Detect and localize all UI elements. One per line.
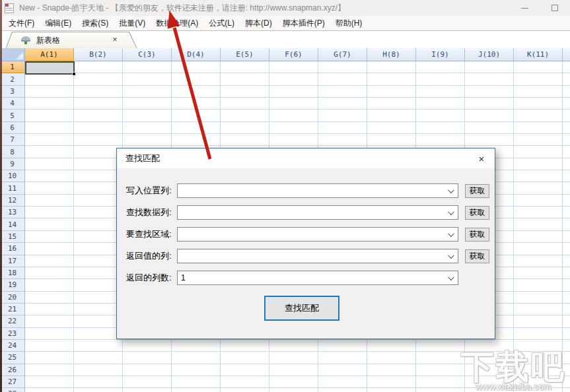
- grid-cell[interactable]: [221, 134, 269, 146]
- grid-cell[interactable]: [465, 86, 514, 98]
- row-header[interactable]: 11: [0, 182, 25, 194]
- grid-cell[interactable]: [367, 376, 416, 388]
- grid-cell[interactable]: [74, 134, 123, 146]
- grid-cell[interactable]: [514, 61, 563, 73]
- grid-cell[interactable]: [514, 110, 563, 121]
- grid-cell[interactable]: [367, 73, 416, 85]
- grid-cell[interactable]: [25, 388, 74, 392]
- grid-cell[interactable]: [269, 86, 318, 98]
- grid-cell[interactable]: [74, 352, 123, 364]
- grid-cell[interactable]: [221, 73, 269, 85]
- grid-cell[interactable]: [74, 279, 123, 291]
- grid-cell[interactable]: [318, 340, 367, 352]
- grid-cell[interactable]: [416, 73, 465, 85]
- grid-cell[interactable]: [269, 352, 318, 364]
- grid-cell[interactable]: [416, 388, 465, 392]
- grid-cell[interactable]: [172, 388, 221, 392]
- grid-cell[interactable]: [514, 122, 563, 134]
- grid-cell[interactable]: [465, 110, 514, 121]
- grid-cell[interactable]: [416, 110, 465, 121]
- column-header[interactable]: J(10): [465, 48, 514, 61]
- grid-cell[interactable]: [25, 110, 74, 121]
- grid-cell[interactable]: [221, 98, 269, 110]
- grid-cell[interactable]: [25, 267, 74, 279]
- grid-cell[interactable]: [318, 98, 367, 110]
- row-header[interactable]: 17: [0, 255, 25, 267]
- grid-cell[interactable]: [221, 86, 269, 98]
- grid-cell[interactable]: [74, 388, 123, 392]
- column-header[interactable]: C(3): [123, 48, 172, 61]
- grid-cell[interactable]: [74, 195, 123, 207]
- grid-cell[interactable]: [318, 61, 367, 73]
- grid-cell[interactable]: [416, 352, 465, 364]
- grid-cell[interactable]: [74, 364, 123, 376]
- menu-help[interactable]: 帮助(H): [330, 16, 368, 31]
- grid-cell[interactable]: [25, 352, 74, 364]
- grid-cell[interactable]: [25, 73, 74, 85]
- grid-cell[interactable]: [514, 340, 563, 352]
- dialog-close-icon[interactable]: ×: [468, 148, 495, 168]
- grid-cell[interactable]: [269, 110, 318, 121]
- grid-cell[interactable]: [74, 292, 123, 304]
- grid-cell[interactable]: [514, 328, 563, 340]
- grid-cell[interactable]: [172, 122, 221, 134]
- grid-cell[interactable]: [172, 340, 221, 352]
- grid-cell[interactable]: [318, 73, 367, 85]
- grid-cell[interactable]: [514, 364, 563, 376]
- grid-cell[interactable]: [367, 352, 416, 364]
- grid-cell[interactable]: [25, 364, 74, 376]
- row-header[interactable]: 14: [0, 218, 25, 230]
- grid-cell[interactable]: [367, 122, 416, 134]
- grid-cell[interactable]: [416, 86, 465, 98]
- grid-cell[interactable]: [514, 376, 563, 388]
- menu-search[interactable]: 搜索(S): [77, 16, 114, 31]
- select-all-corner[interactable]: [0, 48, 25, 61]
- grid-cell[interactable]: [74, 304, 123, 315]
- grid-cell[interactable]: [318, 388, 367, 392]
- grid-cell[interactable]: [172, 364, 221, 376]
- grid-cell[interactable]: [465, 376, 514, 388]
- grid-cell[interactable]: [465, 73, 514, 85]
- write-position-combobox[interactable]: [177, 183, 458, 198]
- grid-cell[interactable]: [74, 267, 123, 279]
- row-header[interactable]: 3: [0, 86, 25, 98]
- grid-cell[interactable]: [367, 364, 416, 376]
- grid-cell[interactable]: [25, 279, 74, 291]
- get-search-area-button[interactable]: 获取: [465, 228, 489, 242]
- column-header[interactable]: A(1): [25, 48, 74, 61]
- column-header[interactable]: I(9): [416, 48, 465, 61]
- menu-script-plugin[interactable]: 脚本插件(P): [277, 16, 330, 31]
- grid-cell[interactable]: [416, 122, 465, 134]
- grid-cell[interactable]: [318, 122, 367, 134]
- row-header[interactable]: 20: [0, 292, 25, 304]
- grid-cell[interactable]: [416, 340, 465, 352]
- grid-cell[interactable]: [74, 86, 123, 98]
- grid-cell[interactable]: [74, 243, 123, 255]
- grid-cell[interactable]: [416, 61, 465, 73]
- grid-cell[interactable]: [25, 231, 74, 243]
- row-header[interactable]: 13: [0, 207, 25, 218]
- grid-cell[interactable]: [74, 376, 123, 388]
- grid-cell[interactable]: [123, 364, 172, 376]
- get-return-value-button[interactable]: 获取: [465, 249, 489, 263]
- menu-script[interactable]: 脚本(D): [240, 16, 277, 31]
- row-header[interactable]: 22: [0, 315, 25, 327]
- grid-cell[interactable]: [416, 376, 465, 388]
- grid-cell[interactable]: [74, 218, 123, 230]
- find-match-button[interactable]: 查找匹配: [264, 296, 339, 321]
- row-header[interactable]: 24: [0, 340, 25, 352]
- grid-cell[interactable]: [514, 170, 563, 182]
- menu-data-processing[interactable]: 数据处理(A): [151, 16, 203, 31]
- grid-cell[interactable]: [25, 243, 74, 255]
- grid-cell[interactable]: [123, 376, 172, 388]
- column-header[interactable]: K(11): [514, 48, 563, 61]
- grid-cell[interactable]: [269, 122, 318, 134]
- grid-cell[interactable]: [74, 61, 123, 73]
- grid-cell[interactable]: [514, 182, 563, 194]
- grid-cell[interactable]: [514, 255, 563, 267]
- grid-cell[interactable]: [172, 86, 221, 98]
- grid-cell[interactable]: [318, 86, 367, 98]
- grid-cell[interactable]: [123, 73, 172, 85]
- grid-cell[interactable]: [123, 61, 172, 73]
- grid-cell[interactable]: [172, 98, 221, 110]
